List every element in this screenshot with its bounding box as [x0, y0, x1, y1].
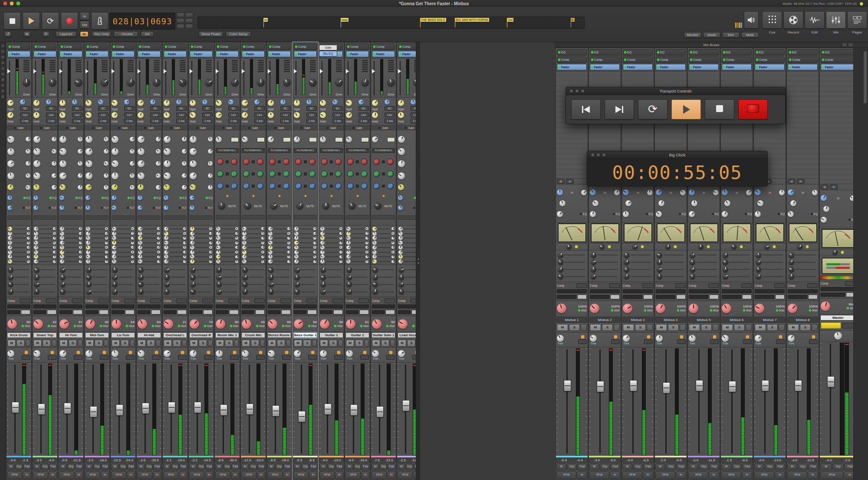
bus-send-trim-knob[interactable] — [313, 260, 316, 263]
rec-enable-led[interactable] — [181, 351, 184, 354]
popup-gate-button[interactable]: Gate — [319, 45, 337, 50]
monitor-elm-button[interactable]: Elm — [722, 32, 740, 38]
fader-cap[interactable] — [64, 403, 71, 414]
meter-signature-button[interactable]: 4/4 — [141, 31, 154, 37]
eq-gain-knob[interactable] — [59, 136, 66, 143]
eq-freq-knob[interactable] — [52, 161, 56, 166]
gate-hyst-knob[interactable] — [320, 100, 326, 106]
bus-send-knob[interactable] — [112, 227, 116, 231]
gate-attack-button[interactable]: 1 ms — [358, 119, 369, 123]
track-name-plate[interactable]: Hi-Hat — [137, 332, 161, 338]
bus-send-trim-knob[interactable] — [53, 251, 56, 254]
bus-send-knob[interactable] — [138, 250, 142, 255]
aux-send-knob[interactable] — [60, 267, 66, 273]
filterbank-mini-button[interactable] — [329, 160, 333, 164]
gate-hold-knob[interactable] — [112, 112, 118, 118]
bus-input-knob[interactable] — [755, 189, 761, 195]
bus-send-knob[interactable] — [164, 259, 168, 264]
input-trim-fader[interactable] — [138, 59, 142, 97]
bus-send-trim-knob[interactable] — [365, 227, 368, 230]
bus-mf-knob[interactable] — [823, 206, 829, 212]
solo-button[interactable]: S — [569, 324, 580, 331]
input-button[interactable]: In — [231, 471, 239, 479]
transport-goto-start-button[interactable] — [571, 99, 601, 119]
aux-send-knob[interactable] — [8, 281, 13, 287]
strips-list-entry[interactable] — [1, 95, 5, 99]
pan-knob[interactable] — [755, 304, 764, 313]
processor-slot-button[interactable]: Comp — [138, 43, 161, 50]
bus-send-trim-knob[interactable] — [105, 246, 108, 249]
fader-mode-button[interactable]: Fad — [742, 463, 752, 470]
gain-value[interactable]: -0.0 — [826, 458, 832, 462]
gain-value[interactable]: -0.0 — [758, 458, 764, 462]
gate-hold-knob[interactable] — [59, 112, 66, 118]
bus-send-knob[interactable] — [86, 227, 90, 231]
drive-knob[interactable] — [309, 79, 317, 86]
input-trim-fader[interactable] — [294, 59, 298, 97]
gain-fader[interactable] — [38, 364, 44, 454]
aux-send-knob[interactable] — [398, 267, 404, 273]
fader-cap[interactable] — [324, 404, 332, 415]
pan-knob[interactable] — [590, 304, 599, 313]
fader-cap[interactable] — [564, 380, 571, 391]
solo-button[interactable]: S — [199, 340, 207, 347]
flt-in-button[interactable]: FLT — [153, 206, 161, 209]
bus-send-knob[interactable] — [8, 227, 12, 231]
bus-name-plate[interactable]: Mixbus 2 — [589, 317, 620, 323]
input-button[interactable]: In — [361, 471, 369, 479]
gate-hyst-knob[interactable] — [398, 100, 404, 106]
rec-enable-led[interactable] — [363, 351, 366, 354]
pan-knob[interactable] — [268, 319, 277, 329]
metering-point-button[interactable]: M — [820, 463, 832, 470]
rec-enable-led[interactable] — [103, 351, 106, 354]
gate-depth-knob[interactable] — [98, 99, 103, 105]
aux-send-knob[interactable] — [34, 289, 39, 295]
bus-send-trim-knob[interactable] — [261, 232, 264, 235]
bus-send-knob[interactable] — [372, 245, 377, 250]
gate-hold-knob[interactable] — [268, 112, 274, 118]
bus-send-trim-knob[interactable] — [235, 237, 238, 240]
bus-send-knob[interactable] — [320, 227, 325, 231]
bus-send-knob[interactable] — [112, 241, 116, 245]
bus-send-knob[interactable] — [268, 236, 273, 240]
bus-send-trim-knob[interactable] — [27, 246, 30, 249]
bus-send-trim-knob[interactable] — [157, 255, 160, 258]
trim-knob[interactable] — [320, 350, 327, 357]
bus-send-trim-knob[interactable] — [235, 232, 238, 235]
bus-send-trim-knob[interactable] — [131, 255, 134, 258]
fader-mode-button[interactable]: Fad — [775, 463, 785, 470]
trim-handle[interactable] — [7, 69, 10, 73]
bus-send-trim-knob[interactable] — [235, 246, 238, 249]
aux-send-knob[interactable] — [372, 275, 378, 280]
fader-cap[interactable] — [168, 402, 175, 413]
fader-cap[interactable] — [663, 382, 670, 394]
bus-send-knob[interactable] — [86, 255, 90, 259]
solo-iso-button[interactable] — [286, 340, 291, 347]
pan-knob[interactable] — [164, 319, 173, 329]
solo-iso-button[interactable] — [812, 324, 818, 331]
eq-gain-knob[interactable] — [164, 160, 171, 167]
bus-send-trim-knob[interactable] — [183, 242, 186, 245]
filterbank-button[interactable] — [243, 159, 250, 165]
processor-slot-button[interactable]: Comp — [216, 43, 239, 50]
bus-send-trim-knob[interactable] — [261, 246, 264, 249]
input-button[interactable]: In — [309, 471, 317, 479]
gate-sidechain-button[interactable]: SC — [306, 106, 317, 111]
metering-point-button[interactable]: M — [189, 463, 197, 470]
input-button[interactable]: In — [643, 471, 653, 479]
input-trim-fader[interactable] — [242, 59, 246, 97]
aux-send-knob[interactable] — [294, 267, 300, 273]
eq-gain-knob[interactable] — [398, 148, 405, 155]
bus-send-trim-knob[interactable] — [287, 260, 290, 263]
aux-send-knob[interactable] — [60, 275, 66, 280]
gate-level-button[interactable]: Lev — [72, 113, 82, 117]
eq-in-button[interactable]: EQ — [76, 196, 82, 199]
bus-send-trim-knob[interactable] — [53, 227, 56, 230]
gate-depth-knob[interactable] — [228, 99, 233, 105]
fader-cap[interactable] — [116, 404, 123, 416]
mute-button[interactable]: M — [320, 340, 328, 347]
bus-send-knob[interactable] — [242, 236, 247, 240]
plugin-bypass-button[interactable] — [257, 137, 265, 142]
monitor-level-knob[interactable] — [834, 332, 842, 340]
gain-fader[interactable] — [246, 364, 253, 454]
